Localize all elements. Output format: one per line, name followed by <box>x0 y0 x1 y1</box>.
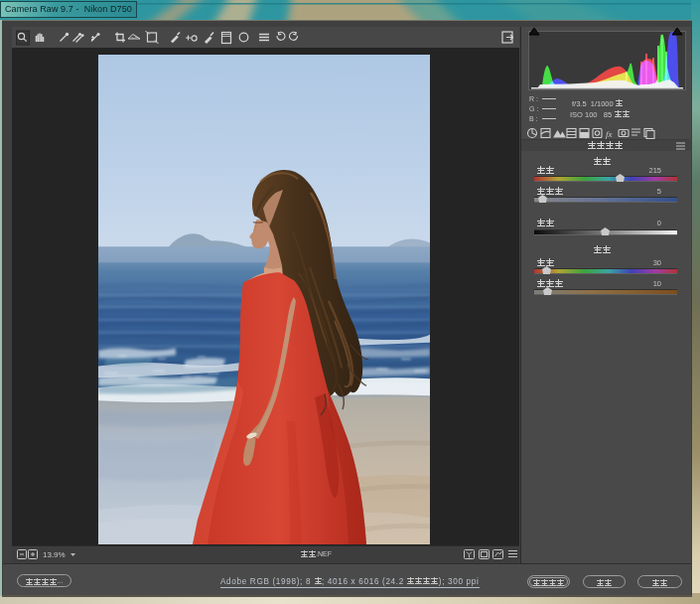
svg-text:13.9%: 13.9% <box>43 550 66 559</box>
svg-text:fx: fx <box>606 129 613 139</box>
